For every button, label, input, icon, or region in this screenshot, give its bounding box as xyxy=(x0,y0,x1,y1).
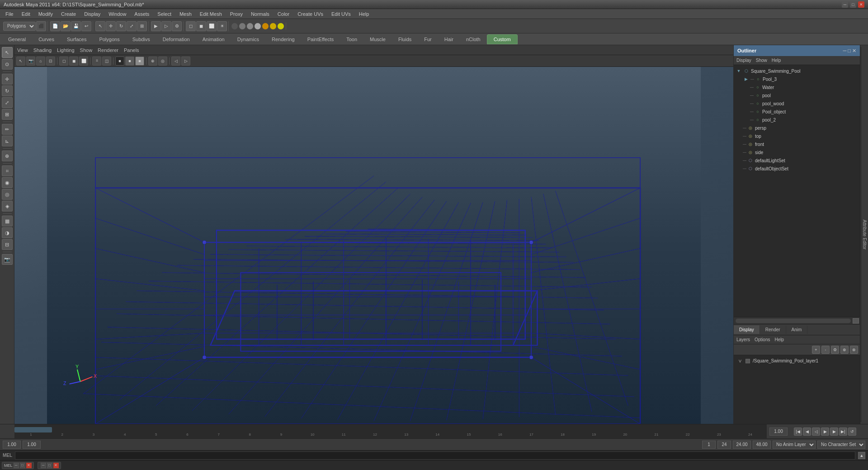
undo-button[interactable]: ↩ xyxy=(81,21,91,31)
menu-color[interactable]: Color xyxy=(274,10,293,18)
light-btn[interactable]: ☀ xyxy=(217,21,227,31)
menu-create[interactable]: Create xyxy=(57,10,80,18)
wireframe-btn[interactable]: ◻ xyxy=(186,21,196,31)
layers-menu-layers[interactable]: Layers xyxy=(736,337,750,342)
tab-painteffects[interactable]: PaintEffects xyxy=(301,35,340,44)
step-back-btn[interactable]: ◀ xyxy=(803,428,811,436)
scale-tool[interactable]: ⤢ xyxy=(127,21,137,31)
range-start-input[interactable] xyxy=(3,441,21,449)
tab-dynamics[interactable]: Dynamics xyxy=(231,35,265,44)
vp-snap-icon[interactable]: ⊕ xyxy=(148,56,157,66)
tree-item-pool3[interactable]: ▶ ○ Pool_3 xyxy=(736,75,858,83)
vp-menu-shading[interactable]: Shading xyxy=(33,47,52,53)
rotate-btn[interactable]: ↻ xyxy=(2,85,13,96)
menu-edit[interactable]: Edit xyxy=(18,10,34,18)
tab-fur[interactable]: Fur xyxy=(418,35,438,44)
layer-row-default[interactable]: V /Square_Swimming_Pool_layer1 xyxy=(736,357,858,365)
vp-tex-btn[interactable]: ⬜ xyxy=(79,56,88,66)
step-fwd-btn[interactable]: ▶ xyxy=(830,428,838,436)
layer-attr-btn[interactable]: ⚙ xyxy=(831,346,839,354)
output-mini-min[interactable]: ─ xyxy=(41,463,46,468)
render-settings-btn[interactable]: ⚙ xyxy=(172,21,182,31)
vp-select-btn[interactable]: ↖ xyxy=(16,56,25,66)
tree-item-front[interactable]: ◎ front xyxy=(736,140,858,148)
tab-animation[interactable]: Animation xyxy=(196,35,231,44)
mode-select[interactable]: Polygons xyxy=(3,22,36,31)
vp-home-btn[interactable]: ⌂ xyxy=(36,56,45,66)
tree-item-persp[interactable]: ◎ persp xyxy=(736,124,858,132)
mel-mini-min[interactable]: ─ xyxy=(14,463,19,468)
maximize-button[interactable]: □ xyxy=(850,1,856,8)
attribute-editor-tab[interactable]: Attribute Editor xyxy=(861,47,868,422)
tab-general[interactable]: General xyxy=(2,35,32,44)
scale-btn[interactable]: ⤢ xyxy=(2,97,13,108)
paint-btn[interactable]: ✏ xyxy=(2,124,13,135)
vp-menu-view[interactable]: View xyxy=(17,47,28,53)
timeline-track[interactable]: 1 2 3 4 5 6 7 8 9 10 11 12 13 14 15 16 1… xyxy=(14,424,767,438)
lasso-btn[interactable]: ⊙ xyxy=(2,59,13,70)
range-end3-input[interactable] xyxy=(753,441,771,449)
tree-item-poolobj[interactable]: ○ Pool_object xyxy=(736,108,858,116)
menu-assets[interactable]: Assets xyxy=(131,10,153,18)
layer-color-swatch[interactable] xyxy=(745,359,750,363)
menu-window[interactable]: Window xyxy=(105,10,130,18)
outliner-close[interactable]: ✕ xyxy=(852,48,856,54)
anim-layer-select[interactable]: No Anim Layer xyxy=(773,441,816,449)
tab-surfaces[interactable]: Surfaces xyxy=(61,35,93,44)
move-tool[interactable]: ✛ xyxy=(106,21,116,31)
layer-add-btn[interactable]: + xyxy=(812,346,820,354)
vp-hud-btn[interactable]: ◫ xyxy=(102,56,111,66)
outliner-menu-display[interactable]: Display xyxy=(736,58,751,63)
rotate-tool[interactable]: ↻ xyxy=(116,21,126,31)
layer-visibility[interactable]: V xyxy=(737,359,743,363)
menu-file[interactable]: File xyxy=(2,10,17,18)
character-set-select[interactable]: No Character Set xyxy=(817,441,865,449)
vp-grid-btn[interactable]: ⌗ xyxy=(92,56,101,66)
goto-end-btn[interactable]: ▶| xyxy=(839,428,847,436)
open-button[interactable]: 📂 xyxy=(61,21,71,31)
viewport[interactable]: X Y Z xyxy=(14,67,733,424)
outliner-menu-help[interactable]: Help xyxy=(772,58,781,63)
smooth-btn[interactable]: ◼ xyxy=(196,21,206,31)
vp-extra-2[interactable]: ▷ xyxy=(181,56,190,66)
menu-mesh[interactable]: Mesh xyxy=(176,10,195,18)
outliner-tree[interactable]: ▼ ⬡ Square_Swimming_Pool ▶ ○ Pool_3 ○ Wa… xyxy=(734,65,860,317)
tab-curves[interactable]: Curves xyxy=(32,35,61,44)
quality-btn-7[interactable] xyxy=(277,23,284,30)
quality-btn-1[interactable] xyxy=(231,23,238,30)
menu-proxy[interactable]: Proxy xyxy=(226,10,246,18)
range-end-input[interactable] xyxy=(717,441,731,449)
tab-render[interactable]: Render xyxy=(760,325,786,334)
menu-modify[interactable]: Modify xyxy=(35,10,57,18)
outliner-menu-show[interactable]: Show xyxy=(756,58,767,63)
transform-tool[interactable]: ⊞ xyxy=(137,21,147,31)
mel-input[interactable] xyxy=(15,451,855,460)
quality-btn-4[interactable] xyxy=(254,23,261,30)
vp-menu-show[interactable]: Show xyxy=(80,47,93,53)
vp-camera-btn[interactable]: 📷 xyxy=(26,56,35,66)
layer-extra-btn2[interactable]: ⊗ xyxy=(850,346,858,354)
tree-item-defaultobjectset[interactable]: ⬡ defaultObjectSet xyxy=(736,164,858,173)
menu-normals[interactable]: Normals xyxy=(247,10,273,18)
output-mini-close[interactable]: ✕ xyxy=(53,463,59,468)
outliner-min[interactable]: ─ xyxy=(843,48,847,54)
quality-btn-5[interactable] xyxy=(262,23,269,30)
tab-fluids[interactable]: Fluids xyxy=(392,35,418,44)
vp-extra-1[interactable]: ◁ xyxy=(171,56,180,66)
tree-item-defaultlightset[interactable]: ⬡ defaultLightSet xyxy=(736,156,858,164)
attribute-editor-strip[interactable]: Attribute Editor xyxy=(860,45,868,424)
layer-remove-btn[interactable]: - xyxy=(821,346,830,354)
vp-isolate-btn[interactable]: ◎ xyxy=(158,56,167,66)
texture-btn[interactable]: ⬜ xyxy=(207,21,217,31)
select-mode-btn[interactable]: ↖ xyxy=(2,47,13,58)
snap-point-btn[interactable]: ◎ xyxy=(2,189,13,200)
menu-help[interactable]: Help xyxy=(355,10,373,18)
range-start2-input[interactable] xyxy=(23,441,41,449)
tree-item-water[interactable]: ○ Water xyxy=(736,83,858,91)
tree-item-top[interactable]: ◎ top xyxy=(736,132,858,140)
tab-subdivs[interactable]: Subdivs xyxy=(126,35,156,44)
camera-btn[interactable]: 📷 xyxy=(2,254,13,265)
soft-sel-btn[interactable]: ◑ xyxy=(2,227,13,238)
menu-display[interactable]: Display xyxy=(80,10,104,18)
loop-btn[interactable]: ↺ xyxy=(848,428,856,436)
